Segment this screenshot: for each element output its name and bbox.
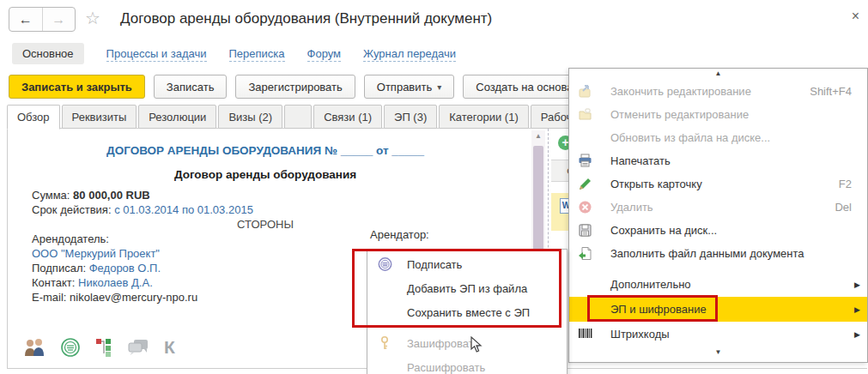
dropdown-arrow-icon: ▾ [437, 82, 441, 92]
menu-item-delete: Удалить Del [569, 196, 867, 219]
send-button[interactable]: Отправить▾ [364, 75, 455, 99]
nav-item-zhurnal[interactable]: Журнал передачи [363, 47, 456, 60]
submenu-item-podpisat[interactable]: Подписать [367, 252, 567, 276]
lessee-label: Арендатор: [370, 228, 429, 241]
discussion-icon [127, 338, 149, 357]
favorite-star-icon[interactable]: ☆ [85, 8, 100, 28]
back-icon: ← [19, 12, 33, 27]
close-icon[interactable]: × [852, 9, 859, 24]
tab-vizy[interactable]: Визы (2) [218, 105, 282, 129]
signature-stamp-icon [60, 337, 81, 358]
page-title: Договор аренды оборудования (Внутренний … [120, 10, 492, 27]
scrollbar-up-icon[interactable]: ▲ [531, 132, 545, 140]
scroll-up-icon: ▲ [715, 69, 722, 77]
menu-scroll-down[interactable]: ▼ [569, 345, 867, 362]
nav-item-processy[interactable]: Процессы и задачи [106, 47, 207, 60]
key-icon [378, 336, 392, 351]
lessor-name-link[interactable]: ООО "Меркурий Проект" [32, 246, 197, 261]
scroll-down-icon: ▼ [715, 348, 722, 356]
printer-icon [578, 154, 592, 168]
nav-item-osnovnoe[interactable]: Основное [12, 43, 84, 64]
file-context-menu: ▲ Закончить редактирование Shift+F4 Отме… [568, 68, 868, 363]
save-button[interactable]: Записать [154, 75, 228, 99]
pencil-icon [578, 177, 592, 191]
menu-item-cancel-editing: Отменить редактирование [569, 103, 867, 126]
finish-editing-icon [578, 84, 592, 99]
letter-k-icon: К [164, 337, 175, 358]
signed-name-link[interactable]: Федоров О.П. [89, 262, 161, 274]
submenu-item-sohranit-vmeste[interactable]: Сохранить вместе с ЭП [367, 300, 567, 324]
submenu-item-zashifrovat: Зашифровать [367, 331, 567, 355]
save-disk-icon [578, 223, 592, 238]
amount-value: 80 000,00 RUB [73, 189, 150, 202]
document-subtitle: Договор аренды оборудования [8, 168, 523, 181]
window-titlebar: ← → ☆ Договор аренды оборудования (Внутр… [0, 0, 868, 39]
submenu-item-dobavit-ep[interactable]: Добавить ЭП из файла [367, 276, 567, 300]
document-status-icons: К [23, 337, 175, 358]
menu-item-save-to-disk[interactable]: Сохранить на диск... [569, 219, 867, 242]
term-value: с 01.03.2014 по 01.03.2015 [114, 203, 253, 216]
ep-submenu: Подписать Добавить ЭП из файла Сохранить… [367, 249, 568, 374]
submenu-item-rasshifrovat: Расшифровать [367, 355, 567, 374]
signature-seal-icon [378, 257, 392, 272]
forward-button[interactable]: → [42, 8, 76, 31]
tab-obzor[interactable]: Обзор [7, 105, 60, 130]
cancel-editing-icon [578, 107, 592, 122]
tab-rekvizity[interactable]: Реквизиты [62, 105, 137, 129]
history-nav-group: ← → [9, 7, 76, 32]
parties-header: СТОРОНЫ [8, 218, 523, 231]
menu-item-fill-file-from-document[interactable]: Заполнить файл данными документа [569, 242, 867, 265]
tab-blank[interactable] [284, 105, 312, 129]
tab-kategorii[interactable]: Категории (1) [439, 105, 529, 129]
fill-file-icon [578, 246, 592, 261]
menu-item-print[interactable]: Напечатать [569, 149, 867, 172]
email-value: nikolaev@mercury-npo.ru [70, 291, 197, 304]
menu-item-shtrihkody[interactable]: Штрихкоды ▶ [569, 322, 867, 347]
back-button[interactable]: ← [9, 8, 42, 31]
nav-item-perepiska[interactable]: Переписка [229, 47, 285, 60]
delete-icon [578, 200, 592, 214]
submenu-spacer [367, 324, 567, 331]
tab-ep[interactable]: ЭП (3) [384, 105, 437, 129]
participants-icon [23, 338, 46, 357]
forward-icon: → [52, 12, 65, 27]
submenu-arrow-icon: ▶ [854, 280, 860, 289]
document-header-line: ДОГОВОР АРЕНДЫ ОБОРУДОВАНИЯ № _____ от _… [8, 144, 523, 157]
process-route-icon [95, 338, 112, 357]
contact-name-link[interactable]: Николаев Д.А. [78, 276, 153, 289]
menu-item-open-card[interactable]: Открыть карточку F2 [569, 172, 867, 196]
save-and-close-button[interactable]: Записать и закрыть [9, 75, 145, 99]
menu-item-dopolnitelno[interactable]: Дополнительно ▶ [569, 272, 867, 297]
lessor-block: Арендодатель: ООО "Меркурий Проект" Подп… [32, 232, 197, 305]
register-button[interactable]: Зарегистрировать [235, 75, 355, 99]
tab-rezolyucii[interactable]: Резолюции [138, 105, 216, 129]
lessor-label: Арендодатель: [32, 232, 197, 246]
menu-item-update-from-file: Обновить из файла на диске... [569, 126, 867, 149]
menu-item-finish-editing: Закончить редактирование Shift+F4 [569, 80, 867, 103]
menu-spacer [569, 265, 867, 272]
section-navbar: Основное Процессы и задачи Переписка Фор… [0, 39, 868, 67]
menu-scroll-up[interactable]: ▲ [569, 69, 867, 80]
tab-svyazi[interactable]: Связи (1) [313, 105, 382, 129]
nav-item-forum[interactable]: Форум [307, 47, 342, 60]
document-tabs: Обзор Реквизиты Резолюции Визы (2) Связи… [7, 105, 644, 129]
menu-item-ep-i-shifrovanie[interactable]: ЭП и шифрование ▶ [569, 297, 867, 322]
submenu-arrow-icon: ▶ [854, 305, 860, 314]
barcode-icon [578, 327, 592, 340]
term-row: Срок действия: с 01.03.2014 по 01.03.201… [32, 203, 253, 216]
submenu-arrow-icon: ▶ [854, 330, 860, 339]
amount-row: Сумма: 80 000,00 RUB [32, 189, 150, 202]
